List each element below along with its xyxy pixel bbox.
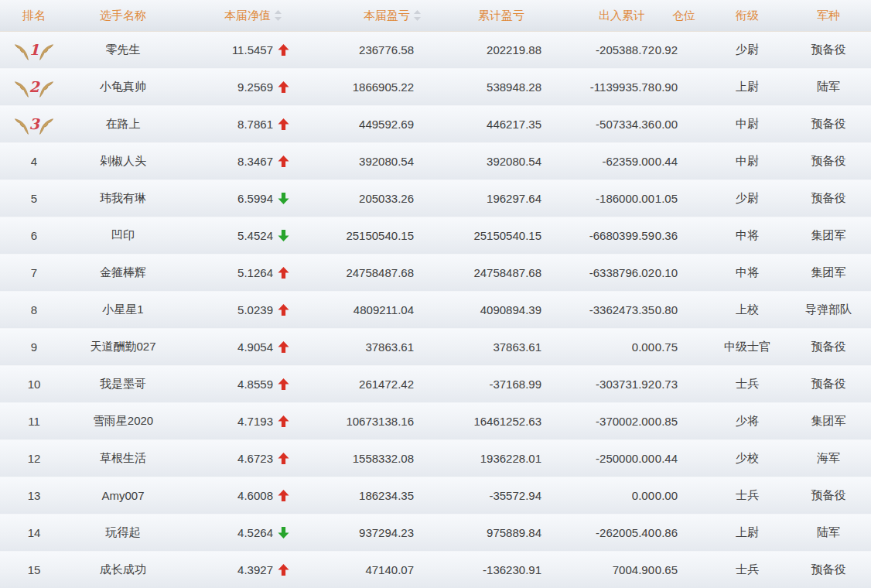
table-row[interactable]: 6凹印5.452425150540.1525150540.15-6680399.… — [0, 217, 871, 255]
branch-value: 预备役 — [811, 117, 846, 132]
table-row[interactable]: 11雪雨星20204.719310673138.1616461252.63-37… — [0, 403, 871, 440]
cumulative-profit: 4090894.39 — [480, 303, 541, 316]
grade-cell: 士兵 — [709, 552, 786, 588]
inout-total: 7004.90 — [613, 563, 654, 576]
cumulative-profit-cell: -37168.99 — [427, 366, 546, 402]
player-name-cell: 小星星1 — [68, 292, 178, 328]
gold-wing-icon — [15, 40, 27, 60]
position-value: 0.80 — [655, 303, 678, 316]
branch-cell: 预备役 — [786, 143, 871, 179]
table-row[interactable]: 13Amy0074.6008186234.35-35572.940.000.00… — [0, 477, 871, 514]
table-row[interactable]: 10我是墨哥4.8559261472.42-37168.99-303731.92… — [0, 366, 871, 403]
trend-down-icon — [278, 193, 289, 204]
branch-value: 集团军 — [811, 228, 846, 243]
sort-icon[interactable] — [414, 10, 421, 21]
branch-value: 预备役 — [811, 43, 846, 57]
grade-value: 中将 — [736, 265, 759, 280]
table-row[interactable]: 1零先生11.5457236776.58202219.88-205388.720… — [0, 32, 871, 69]
inout-total: -205388.72 — [596, 43, 654, 56]
net-value: 4.7193 — [237, 415, 273, 428]
table-row[interactable]: 12草根生活4.67231558332.081936228.01-250000.… — [0, 440, 871, 477]
rank-number: 11 — [28, 415, 40, 428]
net-value-cell: 5.1264 — [178, 255, 294, 291]
position-cell: 0.73 — [658, 366, 709, 402]
player-name-cell: 玩得起 — [68, 514, 178, 551]
column-label: 仓位 — [672, 9, 695, 23]
rank-cell: 2 — [0, 69, 68, 105]
cumulative-profit: -37168.99 — [489, 378, 541, 391]
cumulative-profit-cell: -136230.91 — [427, 552, 546, 588]
net-value-cell: 4.6008 — [178, 477, 294, 514]
column-label: 军种 — [817, 9, 840, 23]
current-profit-cell: 186234.35 — [294, 477, 427, 514]
table-row[interactable]: 8小星星15.02394809211.044090894.39-3362473.… — [0, 292, 871, 329]
current-profit-cell: 937294.23 — [294, 514, 427, 551]
net-value: 4.8559 — [237, 378, 273, 391]
branch-cell: 海军 — [786, 440, 871, 477]
player-name: Amy007 — [101, 489, 144, 502]
grade-cell: 中尉 — [709, 106, 786, 142]
inout-total-cell: -507334.36 — [546, 106, 658, 142]
gold-wing-icon — [15, 115, 27, 135]
table-row[interactable]: 9天道酬勤0274.905437863.6137863.610.000.75中级… — [0, 329, 871, 366]
sort-icon[interactable] — [275, 10, 282, 21]
player-name-cell: 小龟真帅 — [68, 69, 178, 105]
branch-value: 导弹部队 — [805, 303, 852, 317]
grade-value: 上校 — [736, 303, 759, 317]
grade-value: 士兵 — [736, 562, 759, 577]
column-header-net[interactable]: 本届净值 — [178, 0, 294, 31]
position-cell: 1.05 — [658, 180, 709, 217]
table-row[interactable]: 5玮我有琳6.5994205033.26196297.64-186000.001… — [0, 180, 871, 217]
table-body: 1零先生11.5457236776.58202219.88-205388.720… — [0, 32, 871, 588]
trend-up-icon — [278, 415, 289, 427]
table-row[interactable]: 7金箍棒辉5.126424758487.6824758487.68-633879… — [0, 255, 871, 292]
cumulative-profit-cell: 202219.88 — [427, 32, 546, 68]
player-name-cell: 剁椒人头 — [68, 143, 178, 179]
rank-medal: 1 — [15, 40, 52, 60]
current-profit: 47140.07 — [365, 563, 414, 576]
column-header-branch: 军种 — [786, 0, 871, 31]
rank-cell: 14 — [0, 514, 68, 551]
gold-wing-icon — [41, 77, 53, 97]
trend-up-icon — [278, 453, 289, 464]
cumulative-profit: 975889.84 — [487, 526, 541, 539]
table-row[interactable]: 15成长成功4.392747140.07-136230.917004.900.6… — [0, 552, 871, 588]
column-header-grade: 衔级 — [709, 0, 786, 31]
position-cell: 0.44 — [658, 440, 709, 477]
rank-cell: 8 — [0, 292, 68, 328]
net-value: 4.3927 — [237, 563, 273, 576]
rank-number: 2 — [29, 80, 39, 94]
grade-cell: 中将 — [709, 217, 786, 254]
rank-cell: 9 — [0, 329, 68, 365]
branch-cell: 预备役 — [786, 106, 871, 142]
cumulative-profit-cell: 4090894.39 — [427, 292, 546, 328]
cumulative-profit-cell: 975889.84 — [427, 514, 546, 551]
cumulative-profit: -35572.94 — [489, 489, 541, 502]
column-header-rank: 排名 — [0, 0, 68, 31]
player-name-cell: 凹印 — [68, 217, 178, 254]
net-value-cell: 8.3467 — [178, 143, 294, 179]
net-value-cell: 5.4524 — [178, 217, 294, 254]
cumulative-profit-cell: 24758487.68 — [427, 255, 546, 291]
position-cell: 0.00 — [658, 477, 709, 514]
net-value: 5.0239 — [237, 303, 273, 316]
cumulative-profit: 446217.35 — [487, 118, 541, 131]
inout-total: -507334.36 — [596, 118, 654, 131]
table-row[interactable]: 3在路上8.7861449592.69446217.35-507334.360.… — [0, 106, 871, 143]
net-value: 8.3467 — [237, 155, 273, 168]
rank-number: 1 — [29, 43, 39, 57]
player-name-cell: 雪雨星2020 — [68, 403, 178, 439]
current-profit-cell: 4809211.04 — [294, 292, 427, 328]
inout-total-cell: 0.00 — [546, 477, 658, 514]
cumulative-profit: 1936228.01 — [480, 452, 541, 465]
rank-cell: 15 — [0, 552, 68, 588]
position-cell: 0.85 — [658, 403, 709, 439]
cumulative-profit-cell: 392080.54 — [427, 143, 546, 179]
table-row[interactable]: 14玩得起4.5264937294.23975889.84-262005.400… — [0, 514, 871, 552]
table-row[interactable]: 4剁椒人头8.3467392080.54392080.54-62359.000.… — [0, 143, 871, 180]
position-value: 0.92 — [655, 43, 678, 56]
table-row[interactable]: 2小龟真帅9.25691866905.22538948.28-1139935.7… — [0, 69, 871, 106]
column-header-profit[interactable]: 本届盈亏 — [294, 0, 427, 31]
current-profit: 1558332.08 — [353, 452, 414, 465]
net-value-cell: 4.6723 — [178, 440, 294, 477]
